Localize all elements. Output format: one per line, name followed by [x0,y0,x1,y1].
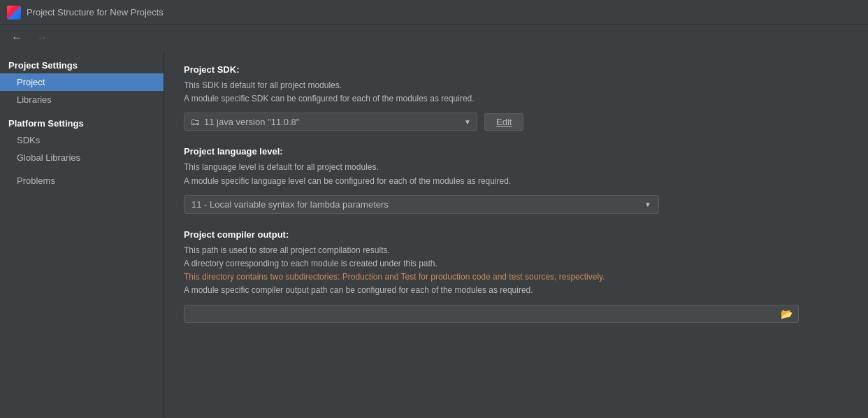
sidebar-item-libraries[interactable]: Libraries [0,91,164,108]
edit-button[interactable]: Edit [484,113,523,131]
project-compiler-section: Project compiler output: This path is us… [184,229,848,323]
title-bar-text: Project Structure for New Projects [27,7,164,17]
project-sdk-desc2: A module specific SDK can be configured … [184,94,475,103]
sidebar-divider-1 [0,108,164,114]
project-compiler-desc1: This path is used to store all project c… [184,245,390,255]
content-area: Project SDK: This SDK is default for all… [164,50,868,418]
project-compiler-desc: This path is used to store all project c… [184,244,848,298]
nav-bar: ← → [0,25,868,50]
project-sdk-desc1: This SDK is default for all project modu… [184,80,342,90]
project-sdk-section: Project SDK: This SDK is default for all… [184,64,848,131]
language-value: 11 - Local variable syntax for lambda pa… [191,199,389,210]
sidebar-item-project[interactable]: Project [0,73,164,91]
project-compiler-desc4: A module specific compiler output path c… [184,285,533,295]
project-language-section: Project language level: This language le… [184,146,848,213]
output-path-folder-icon[interactable]: 📂 [781,308,793,319]
main-layout: Project Settings Project Libraries Platf… [0,50,868,418]
language-dropdown-arrow: ▼ [644,201,651,208]
project-compiler-title: Project compiler output: [184,229,848,240]
sdk-value: 11 java version "11.0.8" [204,117,299,127]
sidebar-divider-2 [0,166,164,172]
project-language-desc: This language level is default for all p… [184,161,848,187]
project-compiler-desc2: A directory corresponding to each module… [184,259,437,268]
sidebar-item-problems-label: Problems [17,175,55,186]
project-language-desc2: A module specific language level can be … [184,176,511,186]
output-path-input[interactable] [190,308,781,319]
project-language-title: Project language level: [184,146,848,157]
sidebar-item-libraries-label: Libraries [17,94,52,105]
sidebar-item-sdks-label: SDKs [17,135,40,145]
sidebar-item-sdks[interactable]: SDKs [0,131,164,149]
back-button[interactable]: ← [7,30,27,45]
project-settings-header: Project Settings [0,56,164,73]
sdk-folder-icon: 🗂 [190,116,200,127]
sidebar-item-global-libraries[interactable]: Global Libraries [0,149,164,166]
sdk-dropdown-left: 🗂 11 java version "11.0.8" [190,116,299,127]
project-language-desc1: This language level is default for all p… [184,162,379,172]
project-sdk-desc: This SDK is default for all project modu… [184,79,848,106]
sidebar-item-project-label: Project [17,77,45,87]
output-path-row: 📂 [184,305,799,323]
app-icon [7,6,21,20]
sidebar-item-problems[interactable]: Problems [0,172,164,189]
sidebar: Project Settings Project Libraries Platf… [0,50,164,418]
language-dropdown[interactable]: 11 - Local variable syntax for lambda pa… [184,195,659,214]
sdk-dropdown-arrow: ▼ [464,118,471,126]
platform-settings-header: Platform Settings [0,114,164,131]
forward-button[interactable]: → [32,30,52,45]
sdk-dropdown[interactable]: 🗂 11 java version "11.0.8" ▼ [184,113,477,131]
sdk-row: 🗂 11 java version "11.0.8" ▼ Edit [184,113,848,131]
edit-button-label: Edit [496,117,512,127]
sidebar-item-global-libraries-label: Global Libraries [17,152,80,163]
title-bar: Project Structure for New Projects [0,0,868,25]
project-compiler-desc3: This directory contains two subdirectori… [184,272,605,282]
project-sdk-title: Project SDK: [184,64,848,75]
